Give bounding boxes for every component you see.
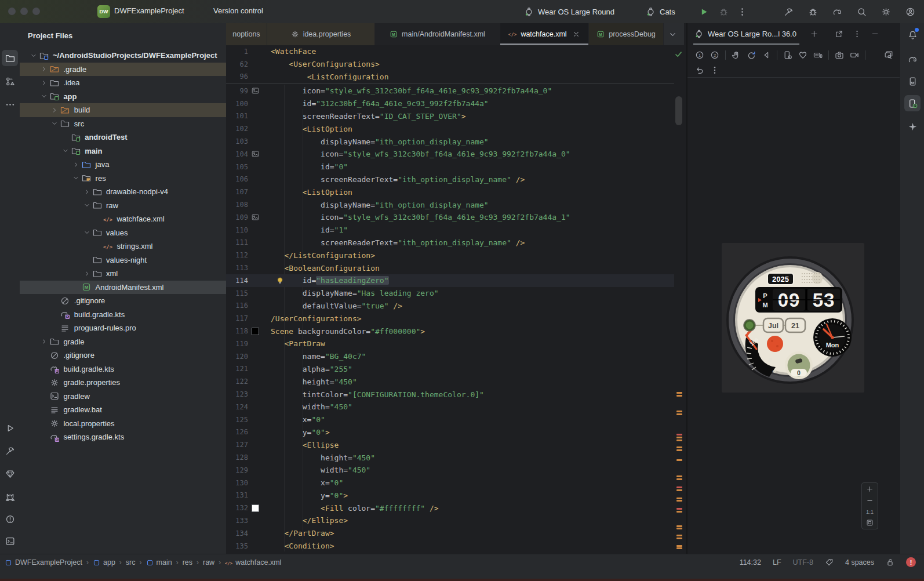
tree-item-java[interactable]: java (20, 158, 226, 172)
running-device-tab[interactable]: Wear OS Large Ro...l 36.0 (687, 23, 802, 45)
gemini-icon[interactable] (904, 118, 921, 135)
line-number[interactable]: 118 (226, 327, 248, 335)
error-stripe-mark[interactable] (676, 486, 682, 488)
indent-setting[interactable]: 4 spaces (845, 558, 874, 567)
chevron-right-icon[interactable] (81, 187, 92, 197)
panel-options-icon[interactable] (853, 30, 861, 38)
gradle-sync-icon[interactable] (831, 6, 843, 17)
line-number[interactable]: 134 (226, 529, 248, 538)
run-button[interactable] (698, 6, 710, 17)
line-number[interactable]: 112 (226, 251, 248, 259)
tree-item--gitignore[interactable]: .gitignore (20, 294, 226, 308)
line-number[interactable]: 130 (226, 479, 248, 487)
line-number[interactable]: 106 (226, 175, 248, 183)
breadcrumb-item-src[interactable]: src (126, 558, 136, 567)
screenshot-icon[interactable] (832, 49, 847, 61)
file-encoding[interactable]: UTF-8 (793, 558, 813, 567)
open-in-window-icon[interactable] (835, 30, 843, 38)
logcat-tool-icon[interactable] (2, 489, 18, 505)
line-number[interactable]: 110 (226, 226, 248, 234)
line-number[interactable]: 109 (226, 213, 248, 221)
warning-stripe-mark[interactable] (676, 538, 682, 539)
app-quality-insights-tool-icon[interactable] (2, 466, 18, 482)
caret-position[interactable]: 114:32 (740, 558, 761, 567)
hide-panel-icon[interactable] (871, 30, 879, 38)
line-number[interactable]: 119 (226, 340, 248, 348)
warning-stripe-mark[interactable] (676, 395, 682, 397)
tree-item-proguard-rules-pro[interactable]: proguard-rules.pro (20, 321, 226, 335)
warning-stripe-mark[interactable] (676, 413, 682, 415)
tree-item-src[interactable]: src (20, 117, 226, 131)
close-window-button[interactable] (8, 8, 16, 15)
tree-item-app[interactable]: app (20, 90, 226, 104)
tree-item-values-night[interactable]: values-night (20, 253, 226, 267)
tree-item-local-properties[interactable]: local.properties (20, 417, 226, 431)
chevron-down-icon[interactable] (49, 119, 60, 128)
tag-icon[interactable] (825, 558, 834, 567)
tree-item-build-gradle-kts[interactable]: Kbuild.gradle.kts (20, 308, 226, 322)
chevron-right-icon[interactable] (38, 337, 49, 346)
warning-stripe-mark[interactable] (676, 547, 682, 549)
breadcrumb-item-main[interactable]: main (146, 558, 172, 567)
debug-button[interactable] (718, 6, 729, 17)
account-icon[interactable] (904, 6, 916, 17)
back-button-icon[interactable] (759, 49, 774, 61)
line-number[interactable]: 121 (226, 365, 248, 373)
build-tool-icon[interactable] (2, 442, 18, 459)
device-settings-icon[interactable] (780, 49, 795, 61)
line-number[interactable]: 120 (226, 353, 248, 361)
line-number[interactable]: 111 (226, 238, 248, 246)
warning-stripe-mark[interactable] (676, 437, 682, 438)
tree-item-values[interactable]: values (20, 226, 226, 240)
notifications-icon[interactable] (904, 27, 921, 43)
structure-tool-icon[interactable] (2, 73, 18, 89)
device-selector[interactable]: Wear OS Large Round (523, 6, 618, 17)
tree-item-build-gradle-kts[interactable]: Kbuild.gradle.kts (20, 362, 226, 376)
tree-item-gradlew[interactable]: gradlew (20, 390, 226, 404)
terminal-tool-icon[interactable] (2, 533, 18, 549)
problems-tool-icon[interactable] (2, 511, 18, 527)
warning-stripe-mark[interactable] (676, 449, 682, 451)
warning-stripe-mark[interactable] (676, 489, 682, 491)
zoom-in-icon[interactable] (866, 485, 874, 493)
more-run-actions-icon[interactable] (736, 6, 748, 17)
chevron-down-icon[interactable] (60, 146, 71, 155)
line-number[interactable]: 135 (226, 542, 248, 550)
tree-item-xml[interactable]: xml (20, 267, 226, 281)
line-number[interactable]: 100 (226, 100, 248, 108)
project-switcher[interactable]: DWFExampleProject (114, 6, 188, 15)
line-number[interactable]: 133 (226, 517, 248, 525)
tab-list-chevron-icon[interactable] (668, 30, 677, 39)
breadcrumb-item-res[interactable]: res (183, 558, 192, 567)
pass-2-icon[interactable]: 2 (707, 49, 722, 61)
reset-view-icon[interactable] (692, 64, 707, 77)
line-number[interactable]: 96 (226, 72, 248, 81)
virtual-input-icon[interactable] (810, 49, 825, 61)
build-icon[interactable] (783, 6, 794, 17)
line-number[interactable]: 122 (226, 377, 248, 386)
scrollbar-thumb[interactable] (675, 96, 682, 125)
minimize-window-button[interactable] (20, 8, 28, 15)
line-number[interactable]: 103 (226, 137, 248, 146)
warning-stripe-mark[interactable] (676, 498, 682, 499)
search-icon[interactable] (856, 6, 867, 17)
chevron-down-icon[interactable] (81, 228, 92, 237)
snapshot-zoom-icon[interactable] (881, 49, 896, 61)
error-indicator-badge[interactable]: ! (906, 557, 916, 567)
more-tools-icon[interactable] (2, 96, 18, 112)
tree-item--gitignore[interactable]: .gitignore (20, 348, 226, 362)
tab-watchface-xml[interactable]: </>watchface.xml (500, 23, 589, 45)
intention-bulb-icon[interactable] (275, 276, 285, 285)
close-tab-icon[interactable] (572, 30, 580, 38)
tree-item-main[interactable]: main (20, 144, 226, 158)
line-number[interactable]: 101 (226, 112, 248, 120)
run-config-selector[interactable]: Cats (645, 6, 679, 17)
vcs-widget[interactable]: Version control (213, 6, 267, 15)
tree-item--gradle[interactable]: .gradle (20, 63, 226, 77)
line-number[interactable]: 115 (226, 289, 248, 297)
line-separator[interactable]: LF (773, 558, 781, 567)
device-screen[interactable]: 2025 100 50 0 0 (722, 243, 864, 393)
tab-noptions[interactable]: noptions (226, 23, 267, 45)
line-number[interactable]: 129 (226, 466, 248, 474)
warning-stripe-mark[interactable] (676, 475, 682, 477)
